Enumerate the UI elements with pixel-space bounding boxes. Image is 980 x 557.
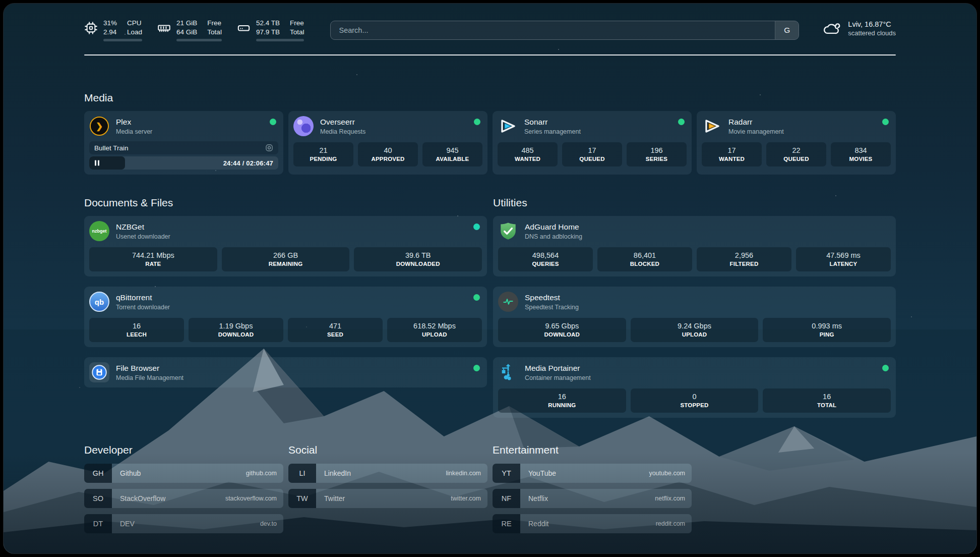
- cpu-value: 31%: [103, 19, 117, 28]
- service-card-nzbget[interactable]: nzbget NZBGet Usenet downloader 744.21 M…: [84, 216, 487, 276]
- weather-widget: Lviv, 16.87°C scattered clouds: [822, 20, 896, 37]
- stat-upload: 9.24 GbpsUPLOAD: [631, 318, 759, 342]
- service-card-speedtest[interactable]: Speedtest Speedtest Tracking 9.65 GbpsDO…: [493, 287, 896, 347]
- bookmark-github[interactable]: GH Githubgithub.com: [84, 464, 283, 483]
- stat-download: 9.65 GbpsDOWNLOAD: [498, 318, 626, 342]
- bookmark-group-entertainment: Entertainment YT YouTubeyoutube.com NF N…: [493, 444, 692, 539]
- stat-upload: 618.52 MbpsUPLOAD: [387, 318, 482, 342]
- status-dot: [474, 119, 480, 125]
- section-title-media: Media: [84, 92, 896, 104]
- stat-downloaded: 39.6 TBDOWNLOADED: [354, 247, 482, 271]
- bookmark-abbr: RE: [493, 514, 520, 533]
- service-desc: Container management: [525, 374, 591, 381]
- bookmark-twitter[interactable]: TW Twittertwitter.com: [288, 489, 487, 508]
- disk-icon: [237, 21, 251, 35]
- stat-queries: 498,564QUERIES: [498, 247, 593, 271]
- status-dot: [473, 365, 480, 371]
- stat-running: 16RUNNING: [498, 388, 626, 413]
- status-dot: [882, 119, 889, 125]
- service-desc: Media server: [116, 128, 152, 135]
- bookmark-url: dev.to: [260, 520, 277, 527]
- pause-icon: [95, 160, 99, 166]
- service-desc: Media Requests: [320, 128, 365, 135]
- filebrowser-icon: [89, 362, 109, 382]
- sonarr-icon: [498, 116, 518, 136]
- stat-seed: 471SEED: [288, 318, 383, 342]
- stat-total: 16TOTAL: [763, 388, 891, 413]
- service-name: Radarr: [728, 118, 784, 127]
- bookmark-netflix[interactable]: NF Netflixnetflix.com: [493, 489, 692, 508]
- service-card-sonarr[interactable]: Sonarr Series management 485WANTED 17QUE…: [493, 111, 692, 175]
- now-playing-title: Bullet Train: [94, 144, 129, 152]
- service-desc: Series management: [524, 128, 581, 135]
- bookmark-name: DEV: [120, 520, 135, 528]
- service-card-radarr[interactable]: Radarr Movie management 17WANTED 22QUEUE…: [697, 111, 896, 175]
- topbar-divider: [84, 54, 896, 55]
- status-dot: [270, 119, 276, 125]
- now-playing-toggle-icon[interactable]: [265, 144, 273, 152]
- media-cards-row: ❯ Plex Media server Bullet Train: [84, 111, 896, 175]
- star-specks: [4, 4, 5, 5]
- service-desc: Torrent downloader: [116, 304, 170, 311]
- service-card-filebrowser[interactable]: File Browser Media File Management: [84, 357, 487, 387]
- bookmark-stackoverflow[interactable]: SO StackOverflowstackoverflow.com: [84, 489, 283, 508]
- status-dot: [473, 294, 480, 301]
- weather-location-temp: Lviv, 16.87°C: [848, 20, 896, 28]
- portainer-icon: [498, 362, 518, 382]
- scattered-clouds-icon: [822, 20, 841, 37]
- section-title-social: Social: [288, 444, 487, 456]
- bookmark-abbr: TW: [288, 489, 316, 508]
- memory-free-label: Free: [207, 19, 222, 28]
- stat-series: 196SERIES: [627, 142, 687, 166]
- stat-wanted: 17WANTED: [702, 142, 762, 166]
- service-name: Speedtest: [525, 293, 579, 302]
- section-title-utilities: Utilities: [493, 197, 896, 209]
- bookmark-url: youtube.com: [649, 470, 685, 477]
- service-name: Overseerr: [320, 118, 365, 127]
- memory-progress-bar: [176, 39, 222, 41]
- overseerr-icon: [293, 116, 314, 136]
- stat-remaining: 266 GBREMAINING: [222, 247, 350, 271]
- dashboard-window: 31% CPU 2.94 Load 21 GiB Free: [3, 3, 977, 554]
- bookmark-reddit[interactable]: RE Redditreddit.com: [493, 514, 692, 533]
- bookmark-dev[interactable]: DT DEVdev.to: [84, 514, 283, 533]
- adguard-icon: [498, 221, 518, 241]
- service-name: Plex: [116, 118, 152, 127]
- service-card-plex[interactable]: ❯ Plex Media server Bullet Train: [84, 111, 283, 175]
- stat-blocked: 86,401BLOCKED: [597, 247, 692, 271]
- weather-condition: scattered clouds: [848, 29, 896, 37]
- stat-pending: 21PENDING: [293, 142, 353, 166]
- stat-rate: 744.21 MbpsRATE: [89, 247, 217, 271]
- resource-widget-memory: 21 GiB Free 64 GiB Total: [157, 19, 222, 41]
- bookmark-group-social: Social LI LinkedInlinkedin.com TW Twitte…: [288, 444, 487, 539]
- bookmark-group-developer: Developer GH Githubgithub.com SO StackOv…: [84, 444, 283, 539]
- search-input[interactable]: [331, 21, 775, 39]
- bookmark-url: reddit.com: [656, 520, 685, 527]
- cpu-load-value: 2.94: [103, 28, 117, 37]
- stat-filtered: 2,956FILTERED: [697, 247, 791, 271]
- bookmark-linkedin[interactable]: LI LinkedInlinkedin.com: [288, 464, 487, 483]
- section-title-entertainment: Entertainment: [493, 444, 692, 456]
- service-card-adguard[interactable]: AdGuard Home DNS and adblocking 498,564Q…: [493, 216, 896, 276]
- bookmark-group-empty: [697, 444, 896, 539]
- top-bar: 31% CPU 2.94 Load 21 GiB Free: [84, 4, 896, 41]
- bookmark-name: Netflix: [528, 494, 548, 503]
- now-playing-progress: 24:44 / 02:06:47: [89, 156, 278, 170]
- service-card-portainer[interactable]: Media Portainer Container management 16R…: [493, 357, 896, 418]
- bookmark-abbr: DT: [84, 514, 112, 533]
- memory-icon: [157, 21, 171, 35]
- bookmark-url: linkedin.com: [446, 470, 481, 477]
- resource-widget-cpu: 31% CPU 2.94 Load: [84, 19, 142, 41]
- service-name: qBittorrent: [116, 293, 170, 302]
- service-desc: DNS and adblocking: [525, 233, 582, 240]
- service-desc: Speedtest Tracking: [525, 304, 579, 311]
- disk-progress-bar: [256, 39, 304, 41]
- search-provider-button[interactable]: G: [775, 21, 799, 39]
- bookmark-url: twitter.com: [451, 495, 481, 502]
- bookmark-name: Twitter: [324, 494, 345, 503]
- service-card-overseerr[interactable]: Overseerr Media Requests 21PENDING 40APP…: [288, 111, 487, 175]
- service-card-qbittorrent[interactable]: qb qBittorrent Torrent downloader 16LEEC…: [84, 287, 487, 347]
- cpu-progress-bar: [103, 39, 142, 41]
- stat-available: 945AVAILABLE: [422, 142, 482, 166]
- bookmark-youtube[interactable]: YT YouTubeyoutube.com: [493, 464, 692, 483]
